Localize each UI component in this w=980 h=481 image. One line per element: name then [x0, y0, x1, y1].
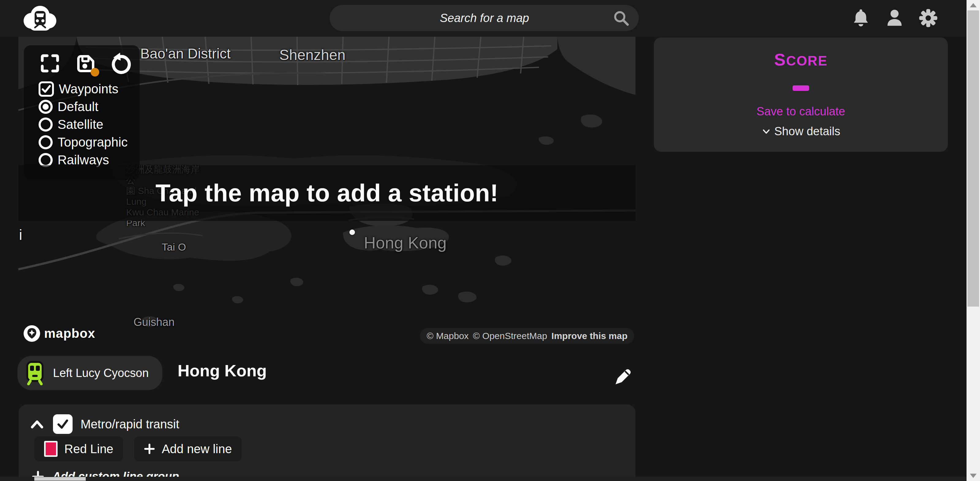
basemap-option-satellite[interactable]: Satellite	[38, 116, 140, 133]
basemap-label-default: Default	[57, 100, 98, 114]
unsaved-changes-indicator	[91, 68, 99, 76]
top-navigation-bar	[0, 0, 967, 37]
add-new-line-button[interactable]: Add new line	[134, 437, 242, 461]
mapbox-logo-icon	[23, 325, 40, 342]
waypoints-checkbox[interactable]	[38, 81, 54, 97]
improve-this-map-link[interactable]: Improve this map	[552, 331, 627, 341]
app-logo[interactable]	[17, 3, 63, 34]
horizontal-scrollbar-thumb[interactable]	[34, 477, 86, 481]
metro-group-checkbox[interactable]	[53, 414, 73, 434]
map-attribution: © Mapbox © OpenStreetMap Improve this ma…	[420, 328, 634, 344]
map-search	[329, 5, 639, 31]
collapse-group-chevron[interactable]	[29, 418, 45, 430]
fullscreen-button[interactable]	[38, 52, 61, 75]
waypoints-toggle[interactable]: Waypoints	[38, 80, 140, 98]
map-owner-badge[interactable]: Left Lucy Cyocson	[18, 356, 162, 390]
tap-map-banner-text: Tap the map to add a station!	[156, 179, 499, 207]
chevron-down-icon	[761, 127, 771, 137]
vertical-scrollbar[interactable]	[967, 0, 980, 481]
map-canvas[interactable]: Bao'an District Shenzhen 沙洲及龍鼓洲海岸公 園 Sha…	[18, 37, 635, 347]
basemap-option-topographic[interactable]: Topographic	[38, 133, 140, 151]
horizontal-scrollbar[interactable]	[0, 477, 967, 481]
metro-group-label: Metro/rapid transit	[81, 418, 179, 431]
cloud-train-logo-icon	[17, 3, 63, 34]
search-input[interactable]	[329, 5, 612, 31]
edit-title-button[interactable]	[611, 365, 635, 388]
metro-map-builder-app: Bao'an District Shenzhen 沙洲及龍鼓洲海岸公 園 Sha…	[0, 0, 980, 481]
score-panel: SCORE Save to calculate Show details	[654, 37, 948, 152]
map-label-guishan: Guishan	[134, 316, 175, 329]
add-new-line-label: Add new line	[162, 442, 232, 456]
mapbox-logo-text: mapbox	[44, 326, 95, 341]
radio-default[interactable]	[38, 100, 52, 114]
save-button[interactable]	[74, 52, 97, 75]
map-label-baoan-district: Bao'an District	[140, 45, 231, 62]
vertical-scrollbar-thumb[interactable]	[967, 10, 979, 306]
map-label-hong-kong: Hong Kong	[364, 233, 447, 252]
basemap-label-satellite: Satellite	[57, 117, 103, 132]
owner-name: Left Lucy Cyocson	[53, 367, 149, 380]
scroll-down-arrow[interactable]	[970, 474, 977, 478]
map-label-tai-o: Tai O	[162, 241, 186, 253]
score-empty-value	[792, 86, 809, 91]
plus-icon	[144, 443, 155, 454]
show-details-label: Show details	[774, 125, 840, 138]
city-marker-dot	[350, 230, 355, 235]
line-name: Red Line	[64, 442, 113, 456]
account-icon[interactable]	[884, 7, 905, 29]
score-title-rest: CORE	[786, 53, 827, 68]
radio-satellite[interactable]	[38, 117, 52, 132]
notifications-bell-icon[interactable]	[850, 7, 872, 29]
save-to-calculate-link[interactable]: Save to calculate	[654, 105, 948, 118]
train-icon	[25, 361, 45, 385]
mapbox-logo[interactable]: mapbox	[23, 325, 95, 342]
settings-gear-icon[interactable]	[918, 7, 939, 29]
map-controls-panel: Waypoints Default Satellite Topographic …	[24, 45, 140, 180]
map-title: Hong Kong	[178, 361, 267, 380]
red-line-button[interactable]: Red Line	[34, 437, 123, 461]
attribution-mapbox-link[interactable]: © Mapbox	[426, 331, 469, 341]
undo-button[interactable]	[110, 52, 132, 75]
score-title: SCORE	[654, 49, 948, 70]
line-groups-panel: Metro/rapid transit Red Line Add new lin…	[19, 405, 635, 481]
map-label-shenzhen: Shenzhen	[279, 46, 345, 63]
map-label-clipped: i	[19, 226, 22, 243]
show-details-toggle[interactable]: Show details	[654, 125, 948, 138]
scroll-up-arrow[interactable]	[970, 3, 977, 7]
basemap-option-default[interactable]: Default	[38, 98, 140, 116]
tap-map-banner: Tap the map to add a station!	[18, 165, 635, 221]
line-color-swatch	[44, 441, 57, 457]
search-icon[interactable]	[612, 9, 630, 27]
waypoints-label: Waypoints	[59, 82, 119, 96]
score-title-initial: S	[774, 50, 786, 69]
basemap-label-topographic: Topographic	[57, 135, 128, 150]
pencil-icon	[611, 365, 635, 388]
attribution-osm-link[interactable]: © OpenStreetMap	[473, 331, 547, 341]
radio-topographic[interactable]	[38, 135, 52, 149]
